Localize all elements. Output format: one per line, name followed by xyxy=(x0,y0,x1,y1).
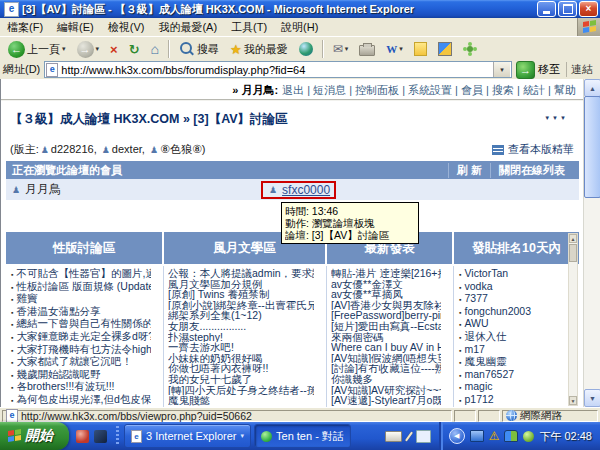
page-scrollbar[interactable]: ▲ ▼ xyxy=(583,79,600,407)
menu-file[interactable]: 檔案(F) xyxy=(0,18,50,37)
scrollbar-thumb[interactable] xyxy=(584,96,600,198)
thread-link[interactable]: [AV速遞]-Styleart7月o既新作品--愛田 xyxy=(331,395,441,406)
thread-link[interactable]: 轉貼-港片 逹逹樂[216+推] xyxy=(331,268,441,279)
close-button[interactable]: × xyxy=(579,1,598,17)
network-tray-icon[interactable] xyxy=(470,430,484,442)
thread-link[interactable]: [原創小說]綁架終章--出賣霍氏兄弟 xyxy=(168,300,314,311)
user-nav-link[interactable]: 退出 xyxy=(282,84,304,96)
column-scrollbar[interactable]: ▲ ▼ xyxy=(568,233,578,406)
column-header[interactable]: 發貼排名10天內 xyxy=(454,232,579,266)
poster-link[interactable]: ▪AWU xyxy=(458,318,567,331)
forward-button[interactable]: → ▾ xyxy=(73,39,104,60)
title-bar[interactable]: e [3]【AV】討論區 - 【３級】成人論壇 HK3X.COM - Micro… xyxy=(0,0,600,18)
thread-link[interactable]: [短片]愛田由寫真--Ecstasy Room[216 xyxy=(331,321,441,332)
poster-link[interactable]: ▪7377 xyxy=(458,293,567,306)
messenger-tray-icon[interactable] xyxy=(523,431,534,442)
thread-link[interactable]: 公報：本人將提議admin，要求讓Vict xyxy=(168,268,314,279)
thread-link[interactable]: ▪大家鍾意睇走光定全裸多d呀? xyxy=(10,331,151,344)
thread-link[interactable]: ▪大家都試了就讓它沉吧！ xyxy=(10,356,151,369)
task-group-dropdown-icon[interactable]: ▾ xyxy=(241,432,245,440)
start-button[interactable]: 開始 xyxy=(0,422,69,450)
edit-dropdown-icon[interactable]: ▾ xyxy=(399,45,403,53)
close-online-list-button[interactable]: 關閉在線列表 xyxy=(490,163,573,178)
moderator-link[interactable]: ♟⑧色狼⑧ xyxy=(148,143,202,155)
back-button[interactable]: ← 上一頁 ▾ xyxy=(4,39,70,60)
thread-link[interactable]: 一齊去游水吧! xyxy=(168,342,314,353)
thread-link[interactable]: ▪幾歲開始認識呢野 xyxy=(10,369,151,382)
user-nav-link[interactable]: 短消息 xyxy=(313,84,346,96)
pen-input-icon[interactable] xyxy=(405,431,413,441)
poster-link[interactable]: ▪man76527 xyxy=(458,369,567,382)
thread-link[interactable]: 女朋友................ xyxy=(168,321,314,332)
poster-link[interactable]: ▪退休入仕 xyxy=(458,331,567,344)
maximize-button[interactable] xyxy=(558,1,577,17)
poster-link[interactable]: ▪魔鬼幽靈 xyxy=(458,356,567,369)
breadcrumb[interactable]: 【３級】成人論壇 HK3X.COM » [3]【AV】討論區 xyxy=(10,111,288,128)
thread-link[interactable]: ▪總結一下曾與自己有性關係的異性 xyxy=(10,318,151,331)
refresh-button[interactable]: ↻ xyxy=(125,41,144,58)
thread-link[interactable]: ▪各brothers!!!有波玩!!! xyxy=(10,381,151,394)
menu-favorites[interactable]: 我的最愛(A) xyxy=(151,18,224,37)
stop-button[interactable]: × xyxy=(106,41,122,58)
moderator-link[interactable]: ♟dexter xyxy=(100,143,142,155)
user-nav-link[interactable]: 控制面板 xyxy=(355,84,399,96)
address-dropdown-button[interactable]: ▾ xyxy=(493,62,510,77)
poster-link[interactable]: ▪p1712 xyxy=(458,394,567,407)
thread-link[interactable]: ▪不可貼含【性器官】的圖片,違者 xyxy=(10,268,151,281)
thread-link[interactable]: 你識幾多 xyxy=(331,374,441,385)
print-button[interactable] xyxy=(355,40,379,58)
notes-button[interactable] xyxy=(410,40,431,58)
poster-link[interactable]: ▪vodka xyxy=(458,281,567,294)
thread-link[interactable]: ▪大家打飛機時有乜方法令high d? xyxy=(10,344,151,357)
icq-button[interactable] xyxy=(459,40,482,58)
thread-link[interactable]: 來兩個密碼 xyxy=(331,332,441,343)
minimize-button[interactable] xyxy=(537,1,556,17)
user-nav-link[interactable]: 統計 xyxy=(523,84,545,96)
thread-link[interactable]: Where can I buy AV in HK??? xyxy=(331,342,441,353)
view-digest-link[interactable]: 查看本版精華 xyxy=(492,142,574,157)
messenger-button[interactable] xyxy=(434,40,456,58)
poster-link[interactable]: ▪fongchun2003 xyxy=(458,306,567,319)
keyboard-icon[interactable] xyxy=(385,431,402,442)
scroll-thumb[interactable] xyxy=(569,244,577,262)
online-member[interactable]: ♟ 月月鳥 xyxy=(10,181,61,198)
search-button[interactable]: 搜尋 xyxy=(175,39,223,59)
language-indicator-icon[interactable] xyxy=(416,430,431,443)
links-label[interactable]: 連結 xyxy=(566,62,597,77)
menu-edit[interactable]: 編輯(E) xyxy=(50,18,101,37)
poster-link[interactable]: ▪magic xyxy=(458,381,567,394)
user-nav-link[interactable]: 系統設置 xyxy=(408,84,452,96)
thread-link[interactable]: [AV知識]AV研究探討~~~~~[216+10] xyxy=(331,385,441,396)
thread-link[interactable]: 風月文學區加分規例 xyxy=(168,279,314,290)
moderator-link[interactable]: ♟d228216 xyxy=(39,143,94,155)
thread-link[interactable]: 小妹妹的奶奶很好喝 xyxy=(168,353,314,364)
thread-link[interactable]: 綁架系列全集(1~12) xyxy=(168,310,314,321)
thread-link[interactable]: av女優**草摘凤 xyxy=(331,289,441,300)
mail-button[interactable]: ✉ ▾ xyxy=(329,41,353,57)
taskbar-grip[interactable] xyxy=(116,426,119,446)
thread-link[interactable]: [FreePassword]berry-pink.net [216+10 xyxy=(331,310,441,321)
back-dropdown-icon[interactable]: ▾ xyxy=(62,45,66,53)
highlighted-member-link[interactable]: sfxc0000 xyxy=(282,183,330,197)
poster-link[interactable]: ▪VictorTan xyxy=(458,268,567,281)
thread-link[interactable]: 我的女兒十七歲了 xyxy=(168,374,314,385)
thread-link[interactable]: ▪香港温女蒲點分享 xyxy=(10,306,151,319)
thread-link[interactable]: [原創] Twins 養殖禁制 xyxy=(168,289,314,300)
highlighted-member[interactable]: ♟ sfxc0000 xyxy=(261,181,336,199)
scroll-down-button[interactable]: ▼ xyxy=(584,389,600,407)
thread-link[interactable]: 扑濕stephy! xyxy=(168,332,314,343)
column-header[interactable]: 性版討論區 xyxy=(6,232,164,266)
taskbar-window-messenger-chat[interactable]: Ten ten - 對話 xyxy=(254,424,351,448)
go-button[interactable]: → 移至 xyxy=(516,61,560,79)
edit-button[interactable]: W ▾ xyxy=(382,41,407,57)
users-tray-icon[interactable] xyxy=(504,430,518,442)
home-button[interactable]: ⌂ xyxy=(147,40,163,58)
quicklaunch-icon-1[interactable] xyxy=(76,430,89,443)
address-input[interactable]: e http://www.hk3x.com/bbs/forumdisplay.p… xyxy=(44,61,512,78)
thread-link[interactable]: ▪雞竇 xyxy=(10,293,151,306)
user-nav-link[interactable]: 幫助 xyxy=(554,84,576,96)
media-button[interactable] xyxy=(295,40,317,58)
thread-link[interactable]: 你做乜唔著內衣褲呀!! xyxy=(168,363,314,374)
thread-link[interactable]: [AV知識]假波網(唔想失望既唔好入)[ xyxy=(331,353,441,364)
quicklaunch-icon-2[interactable] xyxy=(94,430,107,443)
